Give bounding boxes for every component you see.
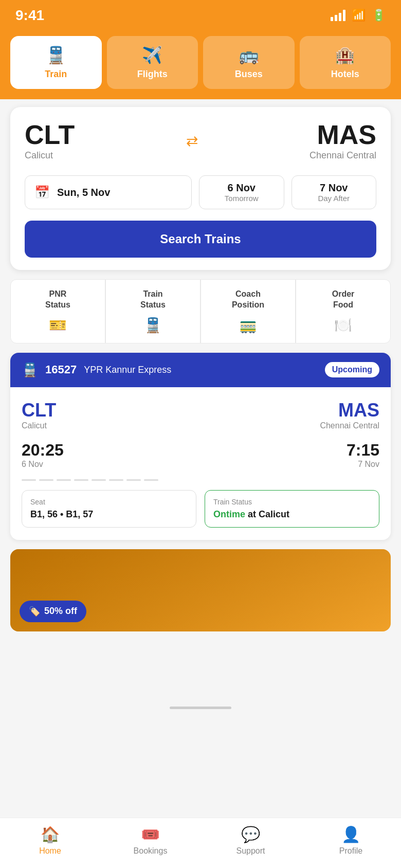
- nav-tabs: 🚆 Train ✈️ Flights 🚌 Buses 🏨 Hotels: [0, 31, 401, 99]
- from-station-name: Calicut: [25, 150, 75, 161]
- flights-nav-label: Flights: [137, 69, 168, 80]
- profile-label: Profile: [339, 846, 362, 856]
- booking-arrival-date: 7 Nov: [347, 460, 379, 469]
- order-food-icon: 🍽️: [334, 317, 352, 334]
- booking-time-row: 20:25 6 Nov 7:15 7 Nov: [22, 441, 379, 469]
- nav-tab-train[interactable]: 🚆 Train: [10, 36, 102, 89]
- coach-position-icon: 🚃: [239, 317, 257, 334]
- calendar-icon: 📅: [34, 185, 50, 200]
- bottom-navigation: 🏠 Home 🎟️ Bookings 💬 Support 👤 Profile: [0, 818, 401, 868]
- profile-icon: 👤: [341, 825, 360, 843]
- booking-train-info: 🚆 16527 YPR Kannur Express: [22, 362, 171, 378]
- bottom-nav-bookings[interactable]: 🎟️ Bookings: [100, 825, 200, 856]
- status-time: 9:41: [15, 7, 44, 24]
- bottom-nav-profile[interactable]: 👤 Profile: [301, 825, 401, 856]
- seat-value: B1, 56 • B1, 57: [30, 509, 188, 520]
- booking-details-row: Seat B1, 56 • B1, 57 Train Status Ontime…: [22, 490, 379, 528]
- train-status-box: Train Status Ontime at Calicut: [205, 490, 379, 528]
- date-row: 📅 Sun, 5 Nov 6 Nov Tomorrow 7 Nov Day Af…: [25, 175, 376, 209]
- train-nav-icon: 🚆: [46, 45, 66, 65]
- train-status-icon: 🚆: [144, 317, 162, 334]
- alt-date-1-button[interactable]: 6 Nov Tomorrow: [199, 175, 284, 209]
- booking-to-code: MAS: [320, 400, 379, 421]
- alt-date-2-label: Day After: [318, 194, 350, 203]
- hotels-nav-label: Hotels: [331, 69, 359, 80]
- promo-discount-text: 50% off: [44, 606, 77, 617]
- home-icon: 🏠: [41, 825, 60, 843]
- booking-from: CLT Calicut: [22, 400, 56, 430]
- alt-date-1-value: 6 Nov: [228, 182, 256, 194]
- order-food-label: OrderFood: [332, 289, 355, 311]
- swap-icon: ⇄: [186, 133, 198, 149]
- route-row: CLT Calicut ⇄ MAS Chennai Central: [25, 121, 376, 161]
- swap-stations-button[interactable]: ⇄: [186, 133, 198, 150]
- promo-banner[interactable]: 🏷️ 50% off: [10, 549, 391, 631]
- seat-label: Seat: [30, 498, 188, 506]
- coach-position-label: CoachPosition: [232, 289, 264, 311]
- pnr-status-label: PNRStatus: [45, 289, 70, 311]
- booking-train-number: 16527: [45, 363, 77, 376]
- train-status-box-value: Ontime at Calicut: [213, 509, 371, 520]
- booking-train-icon: 🚆: [22, 362, 38, 378]
- booking-to-name: Chennai Central: [320, 421, 379, 430]
- bookings-icon: 🎟️: [141, 825, 160, 843]
- booking-card: 🚆 16527 YPR Kannur Express Upcoming CLT …: [10, 353, 391, 540]
- bottom-nav-home[interactable]: 🏠 Home: [0, 825, 100, 856]
- from-station-code: CLT: [25, 121, 75, 148]
- train-status-suffix: at Calicut: [245, 509, 289, 519]
- booking-departure-date: 6 Nov: [22, 460, 64, 469]
- to-station: MAS Chennai Central: [309, 121, 376, 161]
- train-status-label: TrainStatus: [140, 289, 166, 311]
- status-bar: 9:41 📶 🔋: [0, 0, 401, 31]
- quick-access-bar: PNRStatus 🎫 TrainStatus 🚆 CoachPosition …: [10, 279, 391, 343]
- booking-departure-time: 20:25: [22, 441, 64, 460]
- booking-header: 🚆 16527 YPR Kannur Express Upcoming: [10, 353, 391, 387]
- wifi-icon: 📶: [352, 9, 366, 22]
- flights-nav-icon: ✈️: [142, 45, 162, 65]
- battery-icon: 🔋: [372, 9, 386, 22]
- promo-discount-badge: 🏷️ 50% off: [20, 601, 86, 622]
- booking-train-name: YPR Kannur Express: [84, 365, 171, 375]
- booking-body: CLT Calicut MAS Chennai Central 20:25 6 …: [10, 387, 391, 540]
- to-station-name: Chennai Central: [309, 150, 376, 161]
- pnr-status-button[interactable]: PNRStatus 🎫: [10, 279, 105, 343]
- bottom-nav-support[interactable]: 💬 Support: [200, 825, 301, 856]
- nav-tab-buses[interactable]: 🚌 Buses: [203, 36, 295, 89]
- alt-date-2-button[interactable]: 7 Nov Day After: [291, 175, 377, 209]
- order-food-button[interactable]: OrderFood 🍽️: [296, 279, 391, 343]
- alt-date-2-value: 7 Nov: [320, 182, 348, 194]
- booking-arrival-time: 7:15: [347, 441, 379, 460]
- booking-from-name: Calicut: [22, 421, 56, 430]
- home-label: Home: [39, 846, 61, 856]
- signal-icon: [331, 10, 345, 21]
- buses-nav-icon: 🚌: [239, 45, 259, 65]
- booking-to: MAS Chennai Central: [320, 400, 379, 430]
- train-nav-label: Train: [45, 69, 67, 80]
- booking-status-badge: Upcoming: [325, 362, 379, 377]
- train-status-button[interactable]: TrainStatus 🚆: [105, 279, 200, 343]
- scroll-indicator: [170, 707, 231, 709]
- bookings-label: Bookings: [134, 846, 168, 856]
- main-date-button[interactable]: 📅 Sun, 5 Nov: [25, 175, 192, 209]
- booking-departure: 20:25 6 Nov: [22, 441, 64, 469]
- ontime-text: Ontime: [213, 509, 245, 519]
- main-date-text: Sun, 5 Nov: [57, 187, 110, 198]
- search-trains-button[interactable]: Search Trains: [25, 221, 376, 258]
- booking-arrival: 7:15 7 Nov: [347, 441, 379, 469]
- nav-tab-flights[interactable]: ✈️ Flights: [107, 36, 198, 89]
- nav-tab-hotels[interactable]: 🏨 Hotels: [300, 36, 391, 89]
- booking-from-code: CLT: [22, 400, 56, 421]
- alt-date-1-label: Tomorrow: [225, 194, 259, 203]
- seat-info-box: Seat B1, 56 • B1, 57: [22, 490, 196, 528]
- train-status-box-label: Train Status: [213, 498, 371, 506]
- search-card: CLT Calicut ⇄ MAS Chennai Central 📅 Sun,…: [10, 107, 391, 270]
- booking-route-row: CLT Calicut MAS Chennai Central: [22, 400, 379, 430]
- journey-line: [22, 479, 379, 481]
- support-icon: 💬: [241, 825, 260, 843]
- buses-nav-label: Buses: [235, 69, 263, 80]
- promo-discount-icon: 🏷️: [29, 606, 40, 617]
- hotels-nav-icon: 🏨: [335, 45, 355, 65]
- status-icons: 📶 🔋: [331, 9, 386, 22]
- support-label: Support: [236, 846, 265, 856]
- coach-position-button[interactable]: CoachPosition 🚃: [200, 279, 296, 343]
